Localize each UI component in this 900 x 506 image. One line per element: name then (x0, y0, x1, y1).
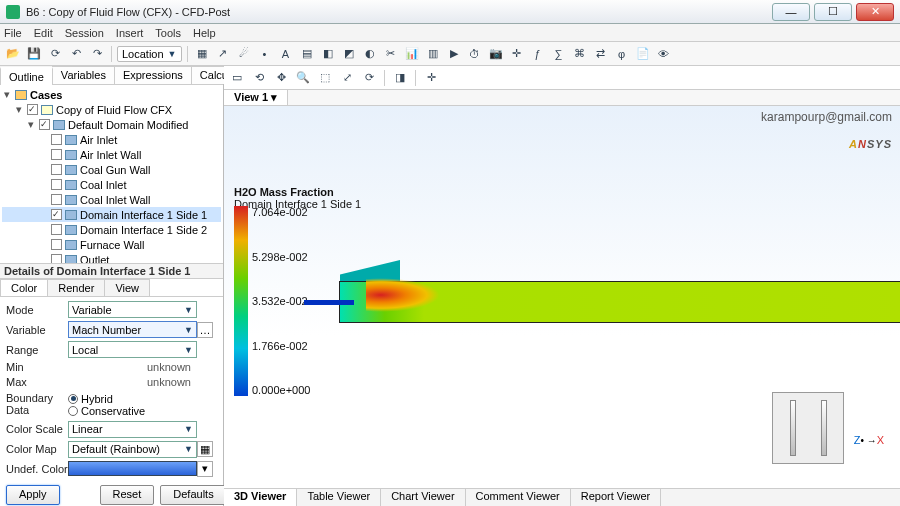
turbo-icon[interactable]: ⌘ (571, 45, 589, 63)
cscale-label: Color Scale (6, 423, 68, 435)
chevron-down-icon: ▼ (168, 49, 177, 59)
fit-icon[interactable]: ⤢ (338, 69, 356, 87)
tab-outline[interactable]: Outline (0, 67, 53, 85)
dtab-view[interactable]: View (104, 279, 150, 296)
range-combo[interactable]: Local▼ (68, 341, 197, 358)
redo-icon[interactable]: ↷ (88, 45, 106, 63)
radio-hybrid[interactable]: Hybrid (68, 393, 113, 405)
undef-more-button[interactable]: ▾ (197, 461, 213, 477)
rotate-icon[interactable]: ⟲ (250, 69, 268, 87)
zoombox-icon[interactable]: ⬚ (316, 69, 334, 87)
maximize-button[interactable]: ☐ (814, 3, 852, 21)
minimize-button[interactable]: — (772, 3, 810, 21)
chart-icon[interactable]: 📊 (403, 45, 421, 63)
save-icon[interactable]: 💾 (25, 45, 43, 63)
btab-table[interactable]: Table Viewer (297, 489, 381, 506)
plane-icon[interactable]: ◧ (319, 45, 337, 63)
legend-icon[interactable]: ▤ (298, 45, 316, 63)
menu-insert[interactable]: Insert (116, 27, 144, 39)
vector-icon[interactable]: ↗ (214, 45, 232, 63)
tree-item[interactable]: Domain Interface 1 Side 1 (2, 207, 221, 222)
timestep-icon[interactable]: ⏱ (466, 45, 484, 63)
tree-domain[interactable]: Default Domain Modified (68, 119, 188, 131)
undef-color-swatch[interactable] (68, 461, 197, 476)
tree-item[interactable]: Coal Inlet Wall (2, 192, 221, 207)
btab-chart[interactable]: Chart Viewer (381, 489, 465, 506)
close-button[interactable]: ✕ (856, 3, 894, 21)
refresh-icon[interactable]: ⟳ (360, 69, 378, 87)
calc-icon[interactable]: ∑ (550, 45, 568, 63)
select-icon[interactable]: ▭ (228, 69, 246, 87)
tree-item[interactable]: Domain Interface 1 Side 2 (2, 222, 221, 237)
text-icon[interactable]: A (277, 45, 295, 63)
anim-icon[interactable]: ▶ (445, 45, 463, 63)
tree-item[interactable]: Outlet (2, 252, 221, 263)
probe-icon[interactable]: ✛ (508, 45, 526, 63)
clip-icon[interactable]: ✂ (382, 45, 400, 63)
right-panel: ▭ ⟲ ✥ 🔍 ⬚ ⤢ ⟳ ◨ ✛ View 1 ▾ karampourp@gm… (224, 66, 900, 506)
menu-edit[interactable]: Edit (34, 27, 53, 39)
defaults-button[interactable]: Defaults (160, 485, 226, 505)
var-icon[interactable]: φ (613, 45, 631, 63)
isosurf-icon[interactable]: ◐ (361, 45, 379, 63)
animation-panel[interactable] (772, 392, 844, 464)
outline-tree[interactable]: ▾Cases ▾Copy of Fluid Flow CFX ▾Default … (0, 85, 223, 263)
volume-icon[interactable]: ◩ (340, 45, 358, 63)
particle-icon[interactable]: • (256, 45, 274, 63)
pick-icon[interactable]: ✛ (422, 69, 440, 87)
fx-icon[interactable]: ƒ (529, 45, 547, 63)
tree-case[interactable]: Copy of Fluid Flow CFX (56, 104, 172, 116)
radio-conservative[interactable]: Conservative (68, 405, 145, 417)
menu-tools[interactable]: Tools (155, 27, 181, 39)
viewport[interactable]: karampourp@gmail.com ANSYS H2O Mass Frac… (224, 106, 900, 488)
variable-more-button[interactable]: … (197, 322, 213, 338)
undo-icon[interactable]: ↶ (67, 45, 85, 63)
table-icon[interactable]: ▥ (424, 45, 442, 63)
open-icon[interactable]: 📂 (4, 45, 22, 63)
tree-item[interactable]: Furnace Wall (2, 237, 221, 252)
pan-icon[interactable]: ✥ (272, 69, 290, 87)
btab-comment[interactable]: Comment Viewer (466, 489, 571, 506)
cmap-label: Color Map (6, 443, 68, 455)
menu-session[interactable]: Session (65, 27, 104, 39)
reset-button[interactable]: Reset (100, 485, 155, 505)
cmap-edit-button[interactable]: ▦ (197, 441, 213, 457)
tree-item[interactable]: Air Inlet Wall (2, 147, 221, 162)
view-tab[interactable]: View 1 ▾ (224, 90, 288, 105)
sync-icon[interactable]: ⟳ (46, 45, 64, 63)
tick-4: 0.000e+000 (252, 384, 310, 396)
variable-combo[interactable]: Mach Number▼ (68, 321, 197, 338)
bottom-tabs: 3D Viewer Table Viewer Chart Viewer Comm… (224, 488, 900, 506)
camera-icon[interactable]: 📷 (487, 45, 505, 63)
dtab-color[interactable]: Color (0, 279, 48, 296)
zoom-icon[interactable]: 🔍 (294, 69, 312, 87)
location-dropdown[interactable]: Location ▼ (117, 46, 182, 62)
mode-label: Mode (6, 304, 68, 316)
report-icon[interactable]: 📄 (634, 45, 652, 63)
contour-plot (340, 272, 900, 338)
apply-button[interactable]: Apply (6, 485, 60, 505)
color-legend: 7.064e-002 5.298e-002 3.532e-002 1.766e-… (234, 206, 310, 396)
range-label: Range (6, 344, 68, 356)
tree-item[interactable]: Air Inlet (2, 132, 221, 147)
btab-report[interactable]: Report Viewer (571, 489, 662, 506)
colorbar (234, 206, 248, 396)
mode-combo[interactable]: Variable▼ (68, 301, 197, 318)
btab-3dviewer[interactable]: 3D Viewer (224, 489, 297, 506)
highlight-icon[interactable]: ◨ (391, 69, 409, 87)
tab-variables[interactable]: Variables (52, 66, 115, 84)
tree-cases[interactable]: Cases (30, 89, 62, 101)
cscale-combo[interactable]: Linear▼ (68, 421, 197, 438)
max-label: Max (6, 376, 68, 388)
streamline-icon[interactable]: ☄ (235, 45, 253, 63)
tab-expressions[interactable]: Expressions (114, 66, 192, 84)
cmap-combo[interactable]: Default (Rainbow)▼ (68, 441, 197, 458)
menu-help[interactable]: Help (193, 27, 216, 39)
contour-icon[interactable]: ▦ (193, 45, 211, 63)
tree-item[interactable]: Coal Inlet (2, 177, 221, 192)
dtab-render[interactable]: Render (47, 279, 105, 296)
menu-file[interactable]: File (4, 27, 22, 39)
compare-icon[interactable]: ⇄ (592, 45, 610, 63)
tree-item[interactable]: Coal Gun Wall (2, 162, 221, 177)
viewer-icon[interactable]: 👁 (655, 45, 673, 63)
